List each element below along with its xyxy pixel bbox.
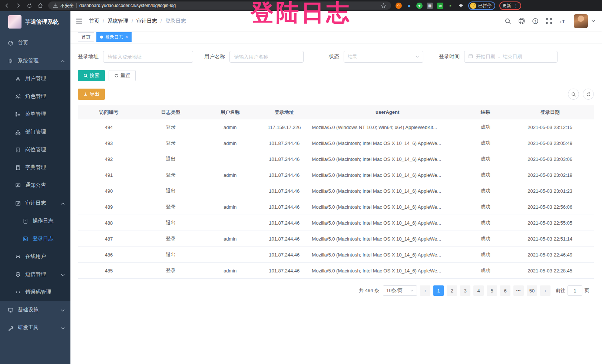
help-icon[interactable]: ? [530,16,541,27]
tag-login-log[interactable]: 登录日志 × [96,32,132,42]
status-select[interactable]: 结果 [344,51,423,63]
goto-page-input[interactable] [568,285,582,296]
table-cell: 487 [78,231,140,247]
table-row[interactable]: 486退出101.87.244.46Mozilla/5.0 (Macintosh… [78,247,594,263]
more-pages-button[interactable]: ••• [513,285,524,296]
close-icon[interactable]: × [125,35,128,39]
refresh-icon[interactable] [583,89,594,100]
reset-button[interactable]: 重置 [109,70,136,81]
sidebar-item-岗位管理[interactable]: 岗位管理 [0,141,70,159]
address-bar[interactable]: 不安全 dashboard.yudao.iocoder.cn/system/lo… [48,1,391,10]
app-logo-row[interactable]: 芋道管理系统 [0,11,70,33]
back-icon[interactable] [4,2,10,9]
login-address-input[interactable] [103,51,193,63]
table-row[interactable]: 488退出101.87.244.46Mozilla/5.0 (Macintosh… [78,215,594,231]
forward-icon[interactable] [15,2,22,9]
table-row[interactable]: 494登录admin117.159.17.226Mozilla/5.0 (Win… [78,119,594,135]
table-cell: admin [202,231,258,247]
sidebar-menu: 首页系统管理用户管理角色管理菜单管理部门管理岗位管理字典管理通知公告审计日志操作… [0,34,70,337]
chevron-down-icon [410,288,414,294]
export-button[interactable]: 导出 [78,89,105,100]
table-cell: 101.87.244.46 [258,215,310,231]
fullscreen-icon[interactable] [543,16,555,27]
table-row[interactable]: 491登录admin101.87.244.46Mozilla/5.0 (Maci… [78,167,594,183]
avatar[interactable] [574,14,588,28]
prev-page-button[interactable]: ‹ [420,285,430,296]
emoji-avatar-icon: ツ [470,3,476,9]
table-row[interactable]: 485登录admin101.87.244.46Mozilla/5.0 (Maci… [78,263,594,279]
chevron-down-icon[interactable] [591,18,595,24]
sidebar-item-label: 研发工具 [18,324,39,331]
puzzle-extensions-icon[interactable] [458,3,464,9]
page-url[interactable]: dashboard.yudao.iocoder.cn/system/log/lo… [79,3,176,8]
security-label[interactable]: 不安全 [60,3,74,9]
table-cell: 2021-05-03 22:56:06 [506,199,594,215]
sidebar-item-审计日志[interactable]: 审计日志 [0,194,70,212]
table-row[interactable]: 487登录admin101.87.244.46Mozilla/5.0 (Maci… [78,231,594,247]
users-icon [15,93,21,99]
font-size-icon[interactable]: ᴛT [557,16,568,27]
toggle-search-icon[interactable] [568,89,579,100]
page-button-2[interactable]: 2 [447,285,457,296]
page-button-5[interactable]: 5 [487,285,497,296]
tag-home[interactable]: 首页 [78,32,94,42]
plant-extension-icon[interactable]: ❧ [447,3,454,9]
github-icon[interactable] [516,16,527,27]
post-badge-icon [15,147,21,153]
bookmark-star-icon[interactable] [380,2,387,9]
sidebar-item-错误码管理[interactable]: 错误码管理 [0,283,70,301]
page-size-value: 10条/页 [386,287,403,294]
sidebar-item-字典管理[interactable]: 字典管理 [0,159,70,176]
sidebar-item-用户管理[interactable]: 用户管理 [0,70,70,87]
home-icon[interactable] [37,2,44,9]
sidebar-item-菜单管理[interactable]: 菜单管理 [0,105,70,123]
gem-extension-icon[interactable]: ◆ [406,3,412,9]
reload-icon[interactable] [26,2,33,9]
sidebar-item-登录日志[interactable]: 登录日志 [0,230,70,248]
login-time-range-picker[interactable]: 开始日期 - 结束日期 [464,51,558,63]
search-icon[interactable] [502,16,513,27]
table-cell: 101.87.244.46 [258,151,310,167]
table-cell: 登录 [140,231,202,247]
table-row[interactable]: 493登录admin101.87.244.46Mozilla/5.0 (Maci… [78,135,594,151]
sidebar-item-在线用户[interactable]: 在线用户 [0,248,70,265]
sidebar-item-角色管理[interactable]: 角色管理 [0,87,70,105]
page-button-1[interactable]: 1 [433,285,444,296]
table-row[interactable]: 492退出101.87.244.46Mozilla/5.0 (Macintosh… [78,151,594,167]
search-button[interactable]: 搜索 [78,70,105,81]
breadcrumb-audit-log[interactable]: 审计日志 [136,18,157,24]
sidebar-item-操作日志[interactable]: 操作日志 [0,212,70,230]
page-button-4[interactable]: 4 [473,285,484,296]
breadcrumb-home[interactable]: 首页 [89,18,99,24]
sidebar-item-首页[interactable]: 首页 [0,34,70,52]
sidebar-item-部门管理[interactable]: 部门管理 [0,123,70,141]
paused-profile-chip[interactable]: ツ 已暂停 [468,1,495,10]
table-cell: 登录 [140,199,202,215]
browser-menu-icon[interactable]: ⋮ [513,3,518,9]
sidebar-item-系统管理[interactable]: 系统管理 [0,52,70,70]
table-cell: 101.87.244.46 [258,263,310,279]
page-button-50[interactable]: 50 [527,285,537,296]
table-row[interactable]: 489登录admin101.87.244.46Mozilla/5.0 (Maci… [78,199,594,215]
sidebar-item-通知公告[interactable]: 通知公告 [0,176,70,194]
sidebar-item-研发工具[interactable]: 研发工具 [0,319,70,337]
browser-update-button[interactable]: 更新 ⋮ [499,1,521,10]
warning-icon [53,2,58,9]
blocks-extension-icon[interactable]: ▦ [427,3,433,9]
page-button-3[interactable]: 3 [460,285,470,296]
proxy-on-extension-icon[interactable]: on [437,3,443,9]
sidebar-item-短信管理[interactable]: 短信管理 [0,265,70,283]
table-row[interactable]: 490退出101.87.244.46Mozilla/5.0 (Macintosh… [78,183,594,199]
page-button-6[interactable]: 6 [500,285,510,296]
hamburger-icon[interactable] [76,17,83,25]
breadcrumb-system[interactable]: 系统管理 [108,18,128,24]
page-size-select[interactable]: 10条/页 [383,285,417,296]
table-cell: 退出 [140,183,202,199]
username-input[interactable] [229,51,304,63]
sidebar-item-label: 系统管理 [18,57,39,64]
orange-extension-icon[interactable]: ◠ [396,3,402,9]
green-extension-icon[interactable]: ♥ [416,3,423,9]
table-cell: 2021-05-03 23:12:15 [506,119,594,135]
next-page-button[interactable]: › [540,285,550,296]
sidebar-item-基础设施[interactable]: 基础设施 [0,301,70,319]
